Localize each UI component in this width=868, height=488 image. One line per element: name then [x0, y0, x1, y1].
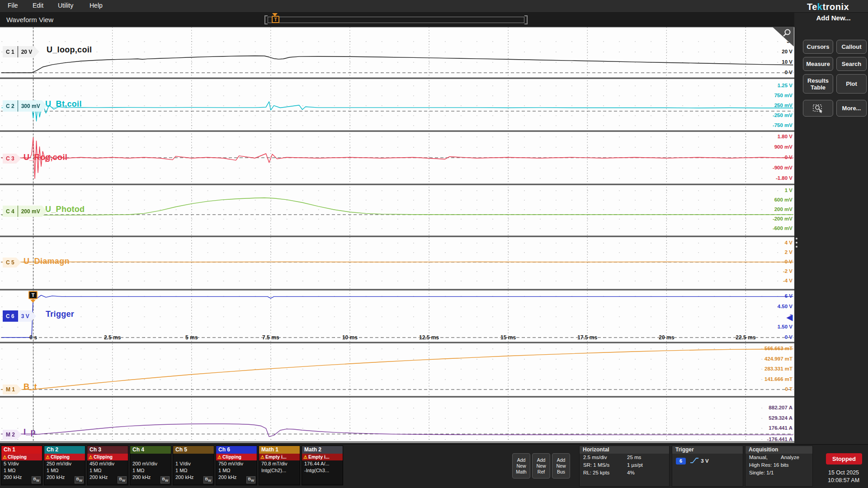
- y-axis-label-c5: 0 V: [750, 259, 793, 265]
- y-axis-label-c3: 0 V: [750, 155, 793, 160]
- more-button[interactable]: More...: [836, 100, 867, 117]
- time-axis-label: 20 ms: [651, 334, 682, 341]
- callout-button[interactable]: Callout: [836, 40, 867, 54]
- channel-badge-c4[interactable]: C 4200 mV: [3, 206, 47, 217]
- warning-text: Clipping: [51, 454, 70, 460]
- pan-left-bracket-icon[interactable]: [264, 15, 268, 24]
- y-axis-label-c3: -1.80 V: [750, 175, 793, 181]
- channel-badge-c6[interactable]: C 63 V: [3, 310, 36, 322]
- trigger-flag-icon[interactable]: T: [28, 291, 38, 299]
- trace-label-u-diamagn[interactable]: U_Diamagn: [24, 257, 70, 266]
- warning-icon: ⚠: [260, 455, 264, 460]
- cursors-button[interactable]: Cursors: [803, 40, 833, 54]
- badge-row: Intg(Ch2)...: [259, 467, 300, 474]
- oscilloscope-app: FileEditUtilityHelp Tektronix Waveform V…: [0, 0, 868, 488]
- waveform-plot[interactable]: 3020 V10 V0 VU_loop,coilC 120 V1.25 V750…: [0, 27, 794, 443]
- trace-label-u-bt-coil[interactable]: U_Bt,coil: [45, 99, 82, 109]
- trigger-position-flag-icon[interactable]: T: [272, 16, 279, 23]
- y-axis-label-c6: 4.50 V: [750, 304, 793, 310]
- badge-header: Math 2: [302, 446, 343, 454]
- y-axis-label-c4: 1 V: [750, 188, 793, 193]
- time-axis-label: 7.5 ms: [255, 334, 287, 341]
- acquisition-panel[interactable]: AcquisitionManual,AnalyzeHigh Res: 16 bi…: [745, 446, 813, 487]
- waveform-view-title: Waveform View: [6, 16, 53, 23]
- y-axis-label-c4: 600 mV: [750, 197, 793, 203]
- warning-icon: ⚠: [46, 455, 50, 460]
- channel-settings-badge-ch6[interactable]: Ch 6⚠Clipping750 mV/div1 MΩ200 kHzBW: [216, 446, 257, 485]
- trace-label-u-rog-coil[interactable]: U_Rog,coil: [24, 153, 67, 162]
- y-axis-label-c6: 3: [750, 314, 793, 319]
- time-axis-label: 15 ms: [492, 334, 524, 341]
- trace-label-u-photod[interactable]: U_Photod: [45, 205, 85, 214]
- menu-item-help[interactable]: Help: [90, 2, 103, 9]
- menu-item-edit[interactable]: Edit: [33, 2, 43, 9]
- zoom-select-icon[interactable]: [803, 100, 833, 117]
- trigger-panel[interactable]: Trigger6 3 V: [672, 446, 743, 487]
- badge-row: 5 V/div: [1, 460, 42, 467]
- trigger-panel-title: Trigger: [672, 446, 743, 454]
- panel-splitter[interactable]: [794, 13, 799, 443]
- time-axis-label: 5 ms: [176, 334, 208, 341]
- y-axis-label-c1: 10 V: [750, 59, 793, 65]
- badge-row: 1 V/div: [173, 460, 214, 467]
- time-axis-label: 2.5 ms: [97, 334, 128, 341]
- menu-item-utility[interactable]: Utility: [58, 2, 73, 9]
- measure-button[interactable]: Measure: [803, 57, 833, 71]
- channel-settings-badge-math2[interactable]: Math 2⚠Empty i...176.44 A/...-Intg(Ch3..…: [302, 446, 343, 485]
- trace-label-i-p[interactable]: I_p: [24, 427, 36, 437]
- y-axis-label-c3: -900 mV: [750, 165, 793, 171]
- y-axis-label-m2: 176.441 A: [750, 425, 793, 431]
- horizontal-pan-bar[interactable]: [268, 17, 524, 23]
- horizontal-value: RL: 25 kpts: [583, 470, 609, 475]
- search-button[interactable]: Search: [836, 57, 867, 71]
- channel-settings-badge-ch5[interactable]: Ch 51 V/div1 MΩ200 kHzBW: [173, 446, 214, 485]
- channel-settings-badge-math1[interactable]: Math 1⚠Empty i...70.8 mT/divIntg(Ch2)...: [259, 446, 300, 485]
- badge-header: Ch 3: [87, 446, 128, 454]
- add-new-ref-button[interactable]: AddNewRef: [532, 453, 550, 479]
- badge-row: 250 mV/div: [44, 460, 85, 467]
- y-axis-label-c5: 4 V: [750, 240, 793, 246]
- horizontal-panel[interactable]: Horizontal2.5 ms/div25 msSR: 1 MS/s1 µs/…: [579, 446, 670, 487]
- badge-row: 1 MΩ: [44, 467, 85, 474]
- y-axis-label-m1: 566.663 mT: [750, 346, 793, 352]
- horizontal-value: 1 µs/pt: [627, 461, 643, 469]
- time-axis-label: 0 s: [18, 334, 49, 341]
- channel-settings-badge-ch4[interactable]: Ch 4200 mV/div1 MΩ200 kHzBW: [130, 446, 171, 485]
- date-label: 15 Oct 2025: [819, 469, 868, 476]
- trigger-level-arrow-icon[interactable]: ◀: [787, 313, 793, 322]
- menu-item-file[interactable]: File: [8, 2, 18, 9]
- trigger-source-badge: 6: [676, 458, 686, 465]
- badge-row: 200 mV/div: [130, 460, 171, 467]
- y-axis-label-c4: -200 mV: [750, 216, 793, 222]
- channel-badge-c1[interactable]: C 120 V: [3, 46, 39, 57]
- horizontal-value: 2.5 ms/div: [583, 455, 607, 460]
- bandwidth-limit-icon: BW: [118, 476, 127, 483]
- add-new-bus-button[interactable]: AddNewBus: [552, 453, 570, 479]
- bandwidth-limit-icon: BW: [203, 476, 212, 483]
- badge-row: 1 MΩ: [1, 467, 42, 474]
- channel-settings-badge-ch3[interactable]: Ch 3⚠Clipping450 mV/div1 MΩ200 kHzBW: [87, 446, 128, 485]
- warning-icon: ⚠: [217, 455, 222, 460]
- add-new-math-button[interactable]: AddNewMath: [512, 453, 530, 479]
- y-axis-label-m2: 882.207 A: [750, 405, 793, 411]
- y-axis-label-m1: 283.331 mT: [750, 366, 793, 372]
- trace-label-u-loop-coil[interactable]: U_loop,coil: [47, 45, 92, 55]
- y-axis-label-c3: 1.80 V: [750, 134, 793, 140]
- results-table-button[interactable]: ResultsTable: [803, 74, 833, 94]
- y-axis-label-c1: 0 V: [750, 70, 793, 75]
- y-axis-label-c6: 6 V: [750, 293, 793, 299]
- channel-badge-c2[interactable]: C 2300 mV: [3, 100, 47, 112]
- warning-icon: ⚠: [3, 455, 7, 460]
- channel-settings-badge-ch1[interactable]: Ch 1⚠Clipping5 V/div1 MΩ200 kHzBW: [1, 446, 42, 485]
- trace-label-trigger[interactable]: Trigger: [46, 310, 74, 319]
- pan-right-bracket-icon[interactable]: [524, 15, 528, 24]
- channel-settings-badge-ch2[interactable]: Ch 2⚠Clipping250 mV/div1 MΩ200 kHzBW: [44, 446, 85, 485]
- trace-label-b-t[interactable]: B_t: [24, 382, 37, 392]
- plot-button[interactable]: Plot: [836, 74, 867, 94]
- y-axis-label-m1: 0 T: [750, 386, 793, 392]
- y-axis-label-c1: 20 V: [750, 49, 793, 55]
- run-stop-status-button[interactable]: Stopped: [826, 453, 862, 465]
- y-axis-label-c5: -2 V: [750, 268, 793, 274]
- badge-header: Ch 5: [173, 446, 214, 454]
- time-axis-label: 12.5 ms: [413, 334, 445, 341]
